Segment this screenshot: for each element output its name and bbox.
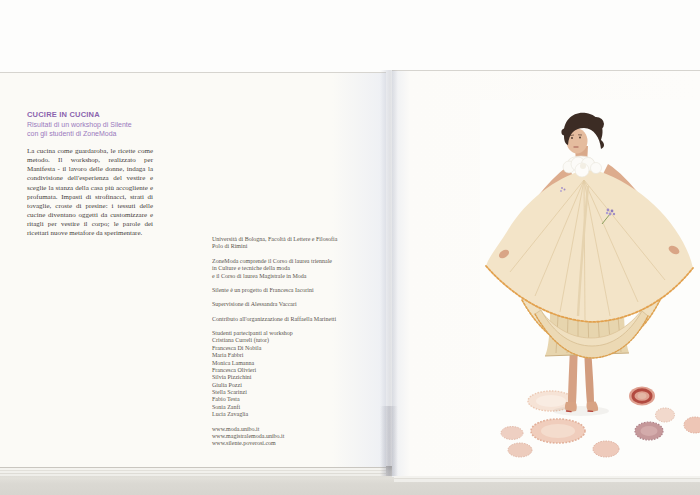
credit-line: Maria Fabbri xyxy=(212,352,380,359)
credit-line: Silvia Pizzichini xyxy=(212,374,380,381)
credit-block: Silente è un progetto di Francesca Iacor… xyxy=(212,287,380,294)
credit-block: ZoneModa comprende il Corso di laurea tr… xyxy=(212,258,380,280)
credit-line: Silente è un progetto di Francesca Iacor… xyxy=(212,287,380,294)
eyes xyxy=(571,137,573,139)
credit-line: www.magistralemoda.unibo.it xyxy=(212,433,380,440)
page-stack-edge-left xyxy=(0,467,386,476)
credit-line: ZoneModa comprende il Corso di laurea tr… xyxy=(212,258,380,265)
article-subtitle: Risultati di un workshop di Silente con … xyxy=(27,120,153,138)
credits-column: Università di Bologna, Facoltà di Letter… xyxy=(212,236,380,455)
page-stack-edge-right xyxy=(394,476,700,482)
credit-line: Polo di Rimini xyxy=(212,243,380,250)
credit-line: www.moda.unibo.it xyxy=(212,426,380,433)
credit-block: Supervisione di Alessandra Vaccari xyxy=(212,301,380,308)
credit-line: www.silente.poverosi.com xyxy=(212,440,380,447)
credit-line: Fabio Testa xyxy=(212,396,380,403)
credit-line: in Culture e tecniche della moda xyxy=(212,265,380,272)
credit-line: Sonia Zanfi xyxy=(212,404,380,411)
figure-shadow xyxy=(553,406,609,416)
credit-line: Studenti partecipanti al workshop xyxy=(212,330,380,337)
credit-block: www.moda.unibo.itwww.magistralemoda.unib… xyxy=(212,426,380,448)
painted-toes xyxy=(567,411,572,412)
credit-line: Supervisione di Alessandra Vaccari xyxy=(212,301,380,308)
credit-line: Stella Scarinzi xyxy=(212,389,380,396)
credit-line: Francesca Olivieri xyxy=(212,367,380,374)
model-photo xyxy=(480,100,700,470)
credit-line: Lucia Zavaglia xyxy=(212,411,380,418)
article-body: La cucina come guardaroba, le ricette co… xyxy=(27,147,153,238)
credit-block: Università di Bologna, Facoltà di Letter… xyxy=(212,236,380,251)
credit-line: Giulia Pozzi xyxy=(212,382,380,389)
book-gutter-shadow xyxy=(380,70,398,476)
credit-block: Contributo all'organizzazione di Raffael… xyxy=(212,316,380,323)
credit-line: Cristiana Curreli (tutor) xyxy=(212,337,380,344)
credit-line: Monica Lamanna xyxy=(212,360,380,367)
article-heading: CUCIRE IN CUCINA xyxy=(27,110,153,119)
credit-line: Università di Bologna, Facoltà di Letter… xyxy=(212,236,380,243)
credit-line: Francesca Di Nobila xyxy=(212,345,380,352)
credit-block: Studenti partecipanti al workshopCristia… xyxy=(212,330,380,419)
credit-line: Contributo all'organizzazione di Raffael… xyxy=(212,316,380,323)
article-intro: CUCIRE IN CUCINA Risultati di un worksho… xyxy=(27,110,153,238)
credit-line: e il Corso di laurea Magistrale in Moda xyxy=(212,273,380,280)
